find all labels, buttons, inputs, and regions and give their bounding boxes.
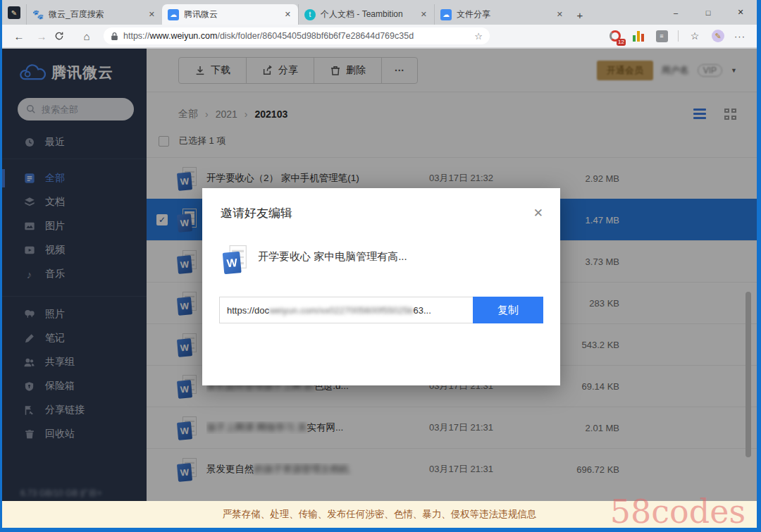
tab-title: 文件分享 — [457, 8, 550, 20]
weiyun-favicon: ☁ — [168, 9, 179, 20]
browser-toolbar: ← → ⌂ https://www.weiyun.com/disk/folder… — [2, 25, 757, 48]
browser-menu-icon[interactable]: ··· — [734, 31, 745, 42]
back-button[interactable]: ← — [9, 30, 29, 42]
extension-blocker-icon[interactable]: 12 — [608, 29, 622, 43]
divider — [678, 30, 679, 42]
tab-teambition[interactable]: t 个人文档 - Teambition ✕ — [298, 4, 434, 25]
maximize-button[interactable]: □ — [692, 0, 724, 25]
minimize-button[interactable]: – — [660, 0, 692, 25]
tab-title: 微云_百度搜索 — [49, 8, 142, 20]
weiyun-app: 腾讯微云 最近 全部 — [2, 49, 757, 528]
share-favicon: ☁ — [440, 9, 452, 20]
tab-title: 个人文档 - Teambition — [321, 8, 414, 20]
invite-edit-dialog: 邀请好友编辑 ✕ W 开学要收心 家中电脑管理有高... https://doc… — [202, 188, 560, 385]
collections-icon[interactable]: ☆ — [688, 29, 702, 43]
new-tab-button[interactable]: + — [570, 5, 590, 25]
tab-title: 腾讯微云 — [184, 8, 278, 20]
refresh-icon — [54, 31, 64, 41]
lock-icon — [111, 32, 118, 41]
extension-notes-icon[interactable]: ≡ — [655, 29, 669, 43]
tab-strip: ✎ 🐾 微云_百度搜索 ✕ ☁ 腾讯微云 ✕ t 个人文档 - Teambiti… — [2, 0, 757, 25]
favorite-star-icon[interactable]: ☆ — [474, 31, 483, 42]
tab-baidu-search[interactable]: 🐾 微云_百度搜索 ✕ — [26, 4, 162, 25]
tab-file-share[interactable]: ☁ 文件分享 ✕ — [434, 4, 570, 25]
extensions-bar: 12 ≡ ☆ ✎ ··· — [608, 29, 750, 43]
address-bar[interactable]: https://www.weiyun.com/disk/folder/86045… — [104, 27, 490, 44]
compliance-text: 严禁存储、处理、传输、发布任何涉密、色情、暴力、侵权等违法违规信息 — [223, 508, 537, 521]
close-button[interactable]: ✕ — [724, 0, 757, 25]
browser-window: ✎ 🐾 微云_百度搜索 ✕ ☁ 腾讯微云 ✕ t 个人文档 - Teambiti… — [0, 0, 761, 532]
tab-weiyun[interactable]: ☁ 腾讯微云 ✕ — [162, 4, 298, 25]
extension-editor-icon[interactable]: ✎ — [711, 29, 725, 43]
home-button[interactable]: ⌂ — [77, 30, 97, 42]
tab-close-icon[interactable]: ✕ — [147, 10, 156, 19]
baidu-favicon: 🐾 — [32, 9, 44, 20]
shared-file-name: 开学要收心 家中电脑管理有高... — [258, 250, 407, 264]
window-controls: – □ ✕ — [660, 0, 757, 25]
browser-app-icon[interactable]: ✎ — [8, 6, 20, 19]
word-file-icon: W — [223, 245, 247, 273]
tab-close-icon[interactable]: ✕ — [283, 10, 292, 19]
refresh-button[interactable] — [54, 31, 74, 41]
tab-close-icon[interactable]: ✕ — [555, 10, 564, 19]
watermark: 58codes — [610, 495, 745, 528]
teambition-favicon: t — [304, 9, 316, 20]
extension-badge: 12 — [617, 39, 626, 46]
copy-link-button[interactable]: 复制 — [473, 297, 543, 323]
forward-button[interactable]: → — [32, 30, 51, 42]
shared-file: W 开学要收心 家中电脑管理有高... — [223, 245, 560, 268]
extension-equalizer-icon[interactable] — [631, 29, 645, 43]
dialog-close-icon[interactable]: ✕ — [533, 206, 543, 221]
tab-close-icon[interactable]: ✕ — [419, 10, 428, 19]
dialog-title: 邀请好友编辑 — [221, 205, 292, 221]
share-link-field[interactable]: https://docweiyun.com/xx0227005600f55025… — [219, 297, 473, 323]
url-text: https://www.weiyun.com/disk/folder/86045… — [123, 31, 414, 41]
